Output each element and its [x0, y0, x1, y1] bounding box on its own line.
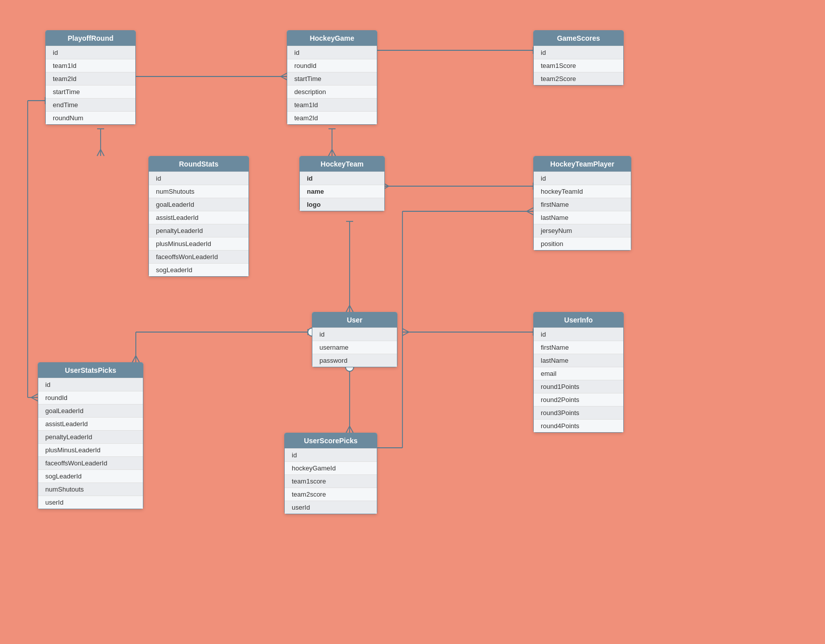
- entity-header-hockey-team: HockeyTeam: [300, 156, 384, 172]
- field-usp-penaltyleaderid: penaltyLeaderId: [38, 430, 143, 443]
- field-uscp-id: id: [285, 448, 377, 461]
- field-rs-penaltyleaderid: penaltyLeaderId: [149, 224, 249, 237]
- field-rs-numshutouts: numShutouts: [149, 185, 249, 198]
- entity-user-info: UserInfo id firstName lastName email rou…: [533, 312, 624, 433]
- svg-line-50: [31, 394, 38, 397]
- field-hg-roundid: roundId: [287, 59, 377, 72]
- svg-line-10: [332, 149, 336, 156]
- svg-line-38: [346, 426, 350, 433]
- entity-header-user: User: [312, 312, 397, 328]
- field-ui-round4points: round4Points: [534, 419, 623, 432]
- entity-user: User id username password: [312, 312, 397, 367]
- field-rs-sogleaderid: sogLeaderId: [149, 263, 249, 276]
- entity-playoff-round: PlayoffRound id team1Id team2Id startTim…: [45, 30, 136, 125]
- svg-line-33: [402, 332, 409, 336]
- svg-line-44: [527, 211, 533, 215]
- field-pr-starttime: startTime: [46, 85, 135, 98]
- field-usp-faceoffswonleaderid: faceoffsWonLeaderId: [38, 456, 143, 469]
- entity-hockey-game: HockeyGame id roundId startTime descript…: [287, 30, 377, 125]
- field-usp-id: id: [38, 378, 143, 391]
- field-usp-goalleaderid: goalLeaderId: [38, 404, 143, 417]
- entity-header-hockey-game: HockeyGame: [287, 31, 377, 46]
- svg-line-39: [350, 426, 353, 433]
- field-usp-roundid: roundId: [38, 391, 143, 404]
- entity-game-scores: GameScores id team1Score team2Score: [533, 30, 624, 86]
- field-uscp-hockeygameid: hockeyGameId: [285, 461, 377, 474]
- svg-line-32: [402, 329, 409, 332]
- field-pr-endtime: endTime: [46, 98, 135, 111]
- field-uscp-team1score: team1score: [285, 474, 377, 488]
- field-htp-id: id: [534, 172, 631, 185]
- field-pr-team1id: team1Id: [46, 59, 135, 72]
- field-pr-roundnum: roundNum: [46, 111, 135, 124]
- entity-header-user-stats-picks: UserStatsPicks: [38, 363, 143, 378]
- field-usp-numshutouts: numShutouts: [38, 482, 143, 496]
- field-ui-round1points: round1Points: [534, 380, 623, 393]
- field-ht-id: id: [300, 172, 384, 185]
- field-ui-round3points: round3Points: [534, 406, 623, 419]
- svg-line-43: [527, 208, 533, 211]
- entity-user-stats-picks: UserStatsPicks id roundId goalLeaderId a…: [38, 362, 143, 509]
- field-uscp-userid: userId: [285, 501, 377, 514]
- field-usp-userid: userId: [38, 496, 143, 509]
- field-rs-plusminusleaderid: plusMinusLeaderId: [149, 237, 249, 250]
- field-rs-faceoffswonleaderid: faceoffsWonLeaderId: [149, 250, 249, 263]
- entity-header-round-stats: RoundStats: [149, 156, 249, 172]
- entity-round-stats: RoundStats id numShutouts goalLeaderId a…: [148, 156, 249, 277]
- field-gs-id: id: [534, 46, 623, 59]
- field-htp-hockeyteamid: hockeyTeamId: [534, 185, 631, 198]
- field-hg-team2id: team2Id: [287, 111, 377, 124]
- entity-user-score-picks: UserScorePicks id hockeyGameId team1scor…: [284, 433, 377, 514]
- svg-line-30: [136, 356, 139, 362]
- field-u-username: username: [312, 341, 397, 354]
- entity-header-user-info: UserInfo: [534, 312, 623, 328]
- field-u-password: password: [312, 354, 397, 367]
- field-htp-lastname: lastName: [534, 211, 631, 224]
- field-htp-position: position: [534, 237, 631, 250]
- field-rs-assistleaderid: assistLeaderId: [149, 211, 249, 224]
- entity-header-playoff-round: PlayoffRound: [46, 31, 135, 46]
- field-hg-description: description: [287, 85, 377, 98]
- field-hg-id: id: [287, 46, 377, 59]
- entity-header-game-scores: GameScores: [534, 31, 623, 46]
- field-ht-logo: logo: [300, 198, 384, 211]
- field-pr-team2id: team2Id: [46, 72, 135, 85]
- field-hg-team1id: team1Id: [287, 98, 377, 111]
- field-htp-jerseynum: jerseyNum: [534, 224, 631, 237]
- field-htp-firstname: firstName: [534, 198, 631, 211]
- field-ui-email: email: [534, 367, 623, 380]
- field-ui-id: id: [534, 328, 623, 341]
- field-uscp-team2score: team2score: [285, 488, 377, 501]
- entity-header-hockey-team-player: HockeyTeamPlayer: [534, 156, 631, 172]
- field-usp-assistleaderid: assistLeaderId: [38, 417, 143, 430]
- field-rs-goalleaderid: goalLeaderId: [149, 198, 249, 211]
- field-u-id: id: [312, 328, 397, 341]
- svg-line-9: [328, 149, 332, 156]
- svg-line-51: [31, 397, 38, 401]
- field-rs-id: id: [149, 172, 249, 185]
- field-gs-team1score: team1Score: [534, 59, 623, 72]
- field-ui-lastname: lastName: [534, 354, 623, 367]
- field-gs-team2score: team2Score: [534, 72, 623, 85]
- svg-line-23: [350, 305, 353, 312]
- field-ui-round2points: round2Points: [534, 393, 623, 406]
- entity-header-user-score-picks: UserScorePicks: [285, 433, 377, 448]
- field-pr-id: id: [46, 46, 135, 59]
- field-ui-firstname: firstName: [534, 341, 623, 354]
- svg-line-22: [346, 305, 350, 312]
- entity-hockey-team: HockeyTeam id name logo: [299, 156, 385, 211]
- svg-line-29: [132, 356, 136, 362]
- diagram-container: PlayoffRound id team1Id team2Id startTim…: [0, 0, 825, 644]
- field-ht-name: name: [300, 185, 384, 198]
- field-usp-sogleaderid: sogLeaderId: [38, 469, 143, 482]
- field-hg-starttime: startTime: [287, 72, 377, 85]
- field-usp-plusminusleaderid: plusMinusLeaderId: [38, 443, 143, 456]
- svg-line-5: [97, 149, 101, 156]
- svg-line-6: [101, 149, 104, 156]
- entity-hockey-team-player: HockeyTeamPlayer id hockeyTeamId firstNa…: [533, 156, 631, 251]
